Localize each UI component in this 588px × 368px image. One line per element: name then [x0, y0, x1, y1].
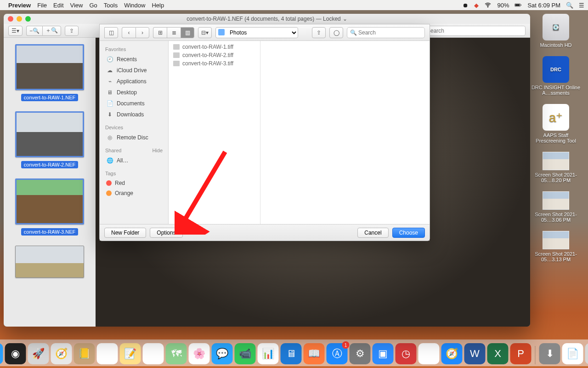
dock-app-clock[interactable]: ◷	[396, 343, 417, 364]
sidebar-item-desktop[interactable]: 🖥Desktop	[100, 87, 168, 98]
dock-app-maps[interactable]: 🗺	[166, 343, 187, 364]
desktop-icon-screenshot[interactable]: Screen Shot 2021-05…3.13 PM	[531, 231, 581, 262]
dock-app-contacts[interactable]: 📒	[74, 343, 95, 364]
dock-app-finder[interactable]: 😀	[0, 343, 3, 364]
minimize-icon[interactable]	[17, 16, 22, 22]
dock-app-settings[interactable]: ⚙︎	[350, 343, 371, 364]
dock-app-photos[interactable]: 🌸	[189, 343, 210, 364]
choose-button[interactable]: Choose	[392, 228, 425, 238]
sidebar-item-downloads[interactable]: ⬇︎Downloads	[100, 109, 168, 120]
locked-chevron-icon[interactable]: ⌄	[343, 16, 347, 22]
dock-app-calendar[interactable]: 1	[97, 343, 118, 364]
clock[interactable]: Sat 6:09 PM	[527, 2, 560, 9]
sidebar-item-recents[interactable]: 🕘Recents	[100, 54, 168, 65]
close-icon[interactable]	[8, 16, 13, 22]
share-button[interactable]: ⇪	[312, 27, 326, 38]
zoom-in-button[interactable]: ＋🔍	[42, 26, 61, 36]
dock-trash[interactable]: 🗑	[585, 343, 588, 364]
sidebar-tag-red[interactable]: Red	[100, 178, 168, 188]
zoom-out-button[interactable]: −🔍	[26, 26, 42, 36]
back-button[interactable]: ‹	[122, 27, 136, 38]
dock-downloads[interactable]: ⬇︎	[539, 343, 560, 364]
menu-go[interactable]: Go	[89, 2, 97, 9]
control-center-icon[interactable]: ☰	[579, 2, 584, 9]
dock-app-chrome[interactable]: ◎	[418, 343, 440, 364]
window-titlebar[interactable]: convert-to-RAW-1.NEF (4 documents, 4 tot…	[4, 14, 530, 24]
wifi-icon[interactable]	[484, 1, 492, 9]
sidebar-toggle-button[interactable]: ☰▾	[8, 26, 23, 36]
desktop-icon-aaps[interactable]: a⁺ AAPS Staff Prescreening Tool	[531, 104, 581, 144]
dock-app-numbers[interactable]: 📊	[258, 343, 279, 364]
jamf-icon[interactable]: ◆	[474, 2, 479, 9]
sidebar-item-documents[interactable]: 📄Documents	[100, 98, 168, 109]
view-list-button[interactable]: ≣	[167, 27, 181, 38]
menu-tools[interactable]: Tools	[104, 2, 118, 9]
sidebar-item-all-shared[interactable]: 🌐All…	[100, 155, 168, 166]
dock-app-appstore[interactable]: Ⓐ1	[327, 343, 348, 364]
location-dropdown[interactable]: Photos	[215, 27, 298, 38]
dock-app-facetime[interactable]: 📹	[235, 343, 256, 364]
hide-button[interactable]: Hide	[152, 148, 163, 153]
dock-app-powerpoint[interactable]: P	[510, 343, 531, 364]
file-row[interactable]: convert-to-RAW-2.tiff	[169, 51, 260, 59]
file-row[interactable]: convert-to-RAW-1.tiff	[169, 43, 260, 51]
new-folder-button[interactable]: New Folder	[104, 228, 146, 238]
dock-app-excel[interactable]: X	[487, 343, 509, 364]
toolbar-search-input[interactable]	[415, 26, 526, 36]
dock-app-safari-alt[interactable]: 🧭	[51, 343, 72, 364]
thumbnail[interactable]: convert-to-RAW-1.NEF	[8, 44, 91, 101]
screenrec-icon[interactable]: ⏺	[463, 2, 469, 9]
view-icons-button[interactable]: ⊞	[153, 27, 167, 38]
sidebar-tag-orange[interactable]: Orange	[100, 188, 168, 198]
menu-file[interactable]: File	[37, 2, 47, 9]
share-button[interactable]: ⇪	[65, 26, 79, 36]
cancel-button[interactable]: Cancel	[357, 228, 388, 238]
group-by-button[interactable]: ⊟▾	[198, 27, 212, 38]
traffic-lights[interactable]	[8, 16, 31, 22]
thumbnail[interactable]	[8, 246, 91, 278]
toolbar-search[interactable]: 🔍	[415, 26, 526, 36]
dock[interactable]: 😀◉🚀🧭📒1📝☑︎🗺🌸💬📹📊🖥📖Ⓐ1⚙︎▣◷◎🧭WXP⬇︎📄🗑	[0, 339, 588, 366]
dock-app-word[interactable]: W	[464, 343, 486, 364]
dock-app-keynote[interactable]: 🖥	[281, 343, 302, 364]
dock-app-launchpad[interactable]: 🚀	[28, 343, 49, 364]
zoom-icon[interactable]	[25, 16, 31, 22]
file-row[interactable]: convert-to-RAW-3.tiff	[169, 59, 260, 68]
thumbnail[interactable]: convert-to-RAW-3.NEF	[8, 178, 91, 236]
shared-header[interactable]: SharedHide	[100, 146, 168, 155]
sidebar-item-remote-disc[interactable]: ◎Remote Disc	[100, 132, 168, 143]
menu-view[interactable]: View	[70, 2, 83, 9]
menu-edit[interactable]: Edit	[53, 2, 63, 9]
dock-app-zoom[interactable]: ▣	[373, 343, 394, 364]
forward-button[interactable]: ›	[136, 27, 149, 38]
desktop-icon-disk[interactable]: 💽 Macintosh HD	[531, 14, 581, 48]
options-button[interactable]: Options	[150, 228, 182, 238]
battery-icon[interactable]	[514, 1, 522, 9]
app-name[interactable]: Preview	[8, 2, 31, 9]
dock-app-books[interactable]: 📖	[304, 343, 325, 364]
desktop-icon-screenshot[interactable]: Screen Shot 2021-05…3.06 PM	[531, 191, 581, 223]
preview-thumbnail-sidebar[interactable]: convert-to-RAW-1.NEF convert-to-RAW-2.NE…	[4, 38, 96, 327]
sidebar-item-applications[interactable]: ⌁Applications	[100, 76, 168, 87]
spotlight-icon[interactable]: 🔍	[566, 2, 573, 9]
dock-app-safari[interactable]: 🧭	[441, 343, 463, 364]
sheet-search[interactable]: 🔍	[347, 27, 425, 38]
dock-app-messages[interactable]: 💬	[212, 343, 233, 364]
battery-percent[interactable]: 90%	[497, 2, 509, 9]
menu-window[interactable]: Window	[124, 2, 145, 9]
desktop-icon-drc[interactable]: DRC DRC INSIGHT Online A…ssments	[531, 56, 581, 96]
dock-app-notes[interactable]: 📝	[120, 343, 141, 364]
sheet-search-input[interactable]	[347, 27, 425, 38]
file-column[interactable]: convert-to-RAW-1.tiff convert-to-RAW-2.t…	[169, 41, 260, 224]
dock-app-siri[interactable]: ◉	[5, 343, 26, 364]
sidebar-item-icloud[interactable]: ☁︎iCloud Drive	[100, 65, 168, 76]
sheet-sidebar[interactable]: Favorites 🕘Recents ☁︎iCloud Drive ⌁Appli…	[100, 41, 169, 224]
view-columns-button[interactable]: ▥	[181, 27, 194, 38]
sheet-sidebar-toggle[interactable]: ◫	[104, 27, 118, 38]
tag-button[interactable]: ◯	[329, 27, 343, 38]
menu-help[interactable]: Help	[152, 2, 164, 9]
thumbnail[interactable]: convert-to-RAW-2.NEF	[8, 111, 91, 168]
desktop-icon-screenshot[interactable]: Screen Shot 2021-05…8.20 PM	[531, 152, 581, 183]
dock-doc[interactable]: 📄	[562, 343, 583, 364]
location-select[interactable]: Photos	[215, 27, 298, 38]
